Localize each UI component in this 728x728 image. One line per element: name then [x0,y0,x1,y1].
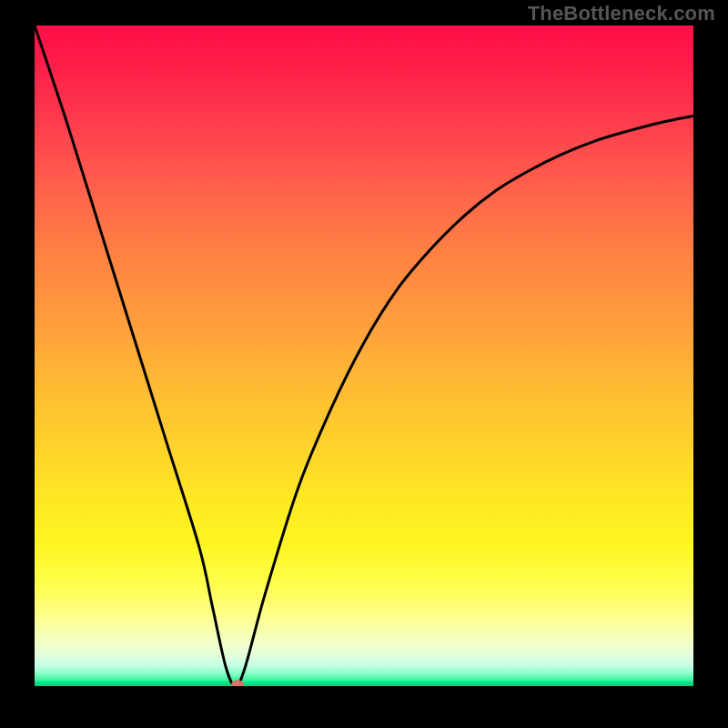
chart-frame: TheBottleneck.com [0,0,728,728]
watermark: TheBottleneck.com [528,2,715,25]
optimal-point-marker [231,680,244,686]
curve-path [35,25,693,686]
plot-area [35,25,693,686]
bottleneck-curve [35,25,693,686]
